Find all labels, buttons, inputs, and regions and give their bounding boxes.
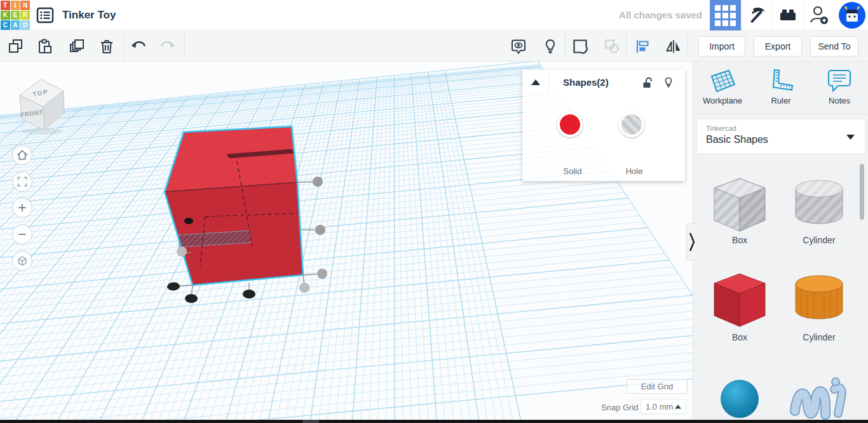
shapes-panel-body: Solid Hole (522, 94, 685, 181)
group-icon (571, 37, 589, 55)
logo-letter: E (11, 11, 20, 20)
ruler-tool[interactable]: Ruler (752, 62, 810, 114)
triangle-up-icon (531, 79, 540, 85)
paste-button[interactable] (32, 34, 58, 59)
plus-icon (13, 198, 32, 218)
box-red-icon (708, 270, 771, 330)
duplicate-icon (68, 37, 86, 55)
group-button[interactable] (567, 34, 593, 59)
toggle-visibility-button[interactable] (538, 34, 563, 59)
hole-material-swatch[interactable] (619, 112, 644, 137)
window-bottom-bar (0, 420, 868, 423)
notes-label: Notes (829, 96, 850, 105)
logo-letter: N (20, 1, 30, 10)
edit-grid-button[interactable]: Edit Grid (627, 379, 688, 394)
shape-library-dropdown[interactable]: Tinkercad Basic Shapes (696, 119, 865, 154)
sidebar-scrollbar-thumb[interactable] (860, 164, 864, 220)
tinkercad-logo[interactable]: T I N K E R C A D (1, 1, 30, 30)
snap-grid-dropdown[interactable]: 1.0 mm (641, 399, 686, 414)
apps-grid-button[interactable] (710, 0, 741, 30)
solid-label: Solid (553, 166, 592, 176)
selected-box-shape[interactable] (165, 126, 303, 285)
hole-label: Hole (615, 166, 653, 176)
face-dot (184, 218, 193, 224)
ungroup-button[interactable] (599, 34, 625, 59)
panel-collapse-button[interactable] (522, 70, 549, 94)
show-all-button[interactable] (506, 34, 531, 59)
design-properties-button[interactable] (36, 6, 55, 25)
delete-button[interactable] (94, 34, 119, 59)
gallery-label: Box (708, 332, 771, 342)
paste-icon (36, 37, 54, 55)
sphere-icon (708, 365, 771, 420)
workplane-icon (708, 67, 737, 94)
fit-view-button[interactable] (12, 171, 32, 192)
logo-letter: A (11, 20, 20, 30)
scribble-icon (787, 365, 851, 420)
logo-letter: R (20, 11, 30, 20)
ruler-label: Ruler (771, 96, 790, 105)
perspective-toggle-button[interactable] (12, 251, 32, 271)
solid-material-swatch[interactable] (557, 112, 583, 137)
snap-grid-value: 1.0 mm (646, 402, 673, 412)
cylinder-orange-icon (787, 270, 851, 330)
align-button[interactable] (630, 34, 656, 59)
lock-toggle-button[interactable] (641, 76, 654, 90)
trash-icon (98, 37, 116, 55)
minecraft-button[interactable] (741, 0, 772, 30)
caret-down-icon (846, 135, 855, 140)
send-to-button[interactable]: Send To (810, 36, 858, 57)
lego-brick-icon (778, 5, 798, 25)
import-button[interactable]: Import (698, 36, 745, 57)
redo-button[interactable] (155, 34, 180, 59)
invite-button[interactable] (803, 0, 834, 30)
home-view-button[interactable] (12, 145, 32, 165)
undo-button[interactable] (126, 34, 151, 59)
zoom-in-button[interactable] (12, 198, 32, 218)
mirror-button[interactable] (661, 34, 686, 59)
copy-icon (7, 37, 25, 55)
sidebar-collapse-tab[interactable] (686, 224, 696, 260)
gallery-sphere[interactable] (708, 365, 771, 420)
gallery-box-red[interactable] (708, 270, 771, 330)
pickaxe-icon (747, 5, 767, 25)
chevron-right-icon (689, 229, 695, 255)
toolbar-divider (688, 34, 688, 59)
gallery-box-hole[interactable] (708, 175, 771, 235)
grid-apps-icon (715, 5, 736, 26)
caret-up-icon (675, 405, 681, 409)
save-status: All changes saved (619, 10, 702, 20)
gallery-label: Cylinder (787, 235, 851, 245)
logo-letter: C (1, 20, 10, 30)
mirror-icon (665, 37, 682, 55)
list-icon (36, 6, 55, 25)
perspective-cube-icon (13, 251, 32, 271)
app-header: T I N K E R C A D Tinker Toy All changes… (0, 0, 868, 30)
toolbar-divider (626, 34, 627, 59)
unlock-icon (641, 76, 654, 89)
brick-button[interactable] (772, 0, 803, 30)
notes-tool[interactable]: Notes (810, 62, 868, 114)
notes-icon (825, 67, 854, 94)
gallery-cylinder-orange[interactable] (787, 270, 851, 330)
duplicate-button[interactable] (64, 34, 90, 59)
shapes-sidebar: Workplane Ruler Notes Tinkercad Basic Sh… (693, 62, 868, 420)
account-avatar[interactable] (838, 1, 866, 29)
undo-icon (130, 37, 147, 55)
align-icon (634, 37, 652, 55)
export-button[interactable]: Export (754, 36, 802, 57)
zoom-out-button[interactable] (12, 224, 32, 245)
workplane-tool[interactable]: Workplane (693, 62, 752, 114)
cylinder-hole-icon (787, 175, 851, 235)
shapes-panel-title: Shapes(2) (563, 77, 609, 88)
gallery-scribble[interactable] (787, 365, 851, 420)
edit-toolbar: Import Export Send To (0, 30, 868, 62)
ruler-icon (766, 67, 796, 94)
library-brand: Tinkercad (706, 124, 736, 132)
shapes-panel-header: Shapes(2) (522, 70, 685, 94)
copy-button[interactable] (3, 34, 29, 59)
person-add-icon (808, 4, 830, 26)
workplane-label: Workplane (703, 96, 742, 105)
visibility-toggle-button[interactable] (661, 76, 675, 90)
gallery-cylinder-hole[interactable] (787, 175, 851, 235)
